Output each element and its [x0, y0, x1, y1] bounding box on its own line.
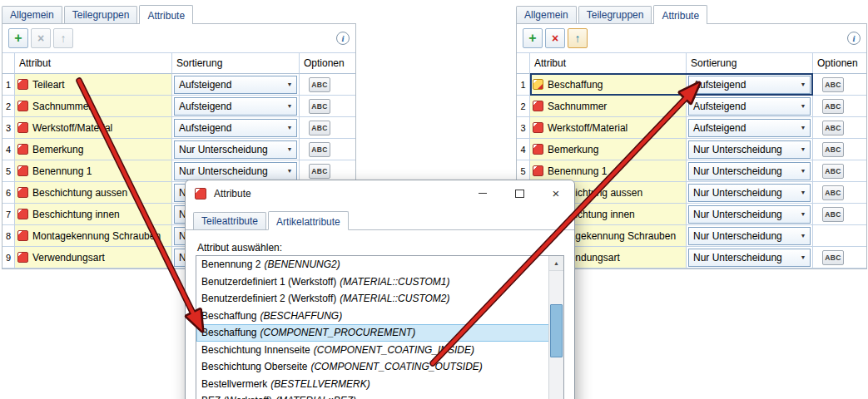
scroll-up-icon[interactable]: ▲ [549, 256, 563, 271]
sorting-combobox[interactable]: Aufsteigend▼ [174, 76, 297, 94]
abc-options-button[interactable]: ABC [309, 99, 330, 114]
close-icon: × [553, 187, 560, 200]
list-item[interactable]: Benennung 2(BENENNUNG2) [196, 256, 549, 273]
attribute-row[interactable]: 1TeileartAufsteigend▼ABC [2, 74, 355, 96]
scrollbar-thumb[interactable] [550, 304, 563, 357]
dialog-titlebar[interactable]: Attribute × [186, 180, 574, 206]
abc-options-button[interactable]: ABC [822, 164, 844, 179]
abc-options-button[interactable]: ABC [309, 77, 330, 92]
list-item[interactable]: Beschichtung Innenseite(COMPONENT_COATIN… [196, 342, 549, 359]
attribute-row[interactable]: 3Werkstoff/MaterialAufsteigend▼ABC [517, 117, 866, 139]
attribute-name: Werkstoff/Material [548, 122, 627, 134]
attribute-label: BEZ (Werkstoff) [201, 395, 272, 399]
abc-options-button[interactable]: ABC [822, 121, 844, 135]
abc-options-button[interactable]: ABC [822, 142, 844, 157]
abc-options-button[interactable]: ABC [822, 77, 844, 92]
minimize-icon [479, 193, 487, 194]
tab-attribute[interactable]: Attribute [653, 5, 707, 24]
header-spacer [517, 53, 530, 74]
sorting-combobox[interactable]: Nur Unterscheidung▼ [688, 184, 811, 202]
attribute-code: (BESTELLVERMERK) [270, 378, 370, 390]
row-number: 2 [2, 96, 15, 117]
article-attribute-icon [533, 79, 543, 90]
row-number: 2 [517, 96, 530, 117]
abc-options-button[interactable]: ABC [822, 207, 844, 222]
attribute-row[interactable]: 4BemerkungNur Unterscheidung▼ABC [2, 139, 355, 160]
attribute-cell: Werkstoff/Material [15, 117, 172, 139]
sorting-combobox[interactable]: Nur Unterscheidung▼ [688, 140, 811, 159]
table-header: Attribut Sortierung Optionen [517, 53, 866, 74]
list-item[interactable]: BEZ (Werkstoff)(MATERIAL::BEZ) [196, 392, 549, 399]
attribute-row[interactable]: 2SachnummerAufsteigend▼ABC [2, 96, 355, 117]
chevron-down-icon: ▼ [283, 168, 296, 174]
list-item[interactable]: Benutzerdefiniert 2 (Werkstoff)(MATERIAL… [196, 290, 549, 308]
list-item[interactable]: Beschichtung Oberseite(COMPONENT_COATING… [196, 358, 549, 376]
move-up-button[interactable]: ↑ [53, 28, 73, 48]
abc-options-button[interactable]: ABC [309, 121, 330, 135]
plus-icon: + [14, 32, 22, 45]
sorting-cell: Nur Unterscheidung▼ [687, 204, 813, 225]
chevron-down-icon: ▼ [796, 233, 810, 239]
info-icon[interactable]: i [847, 32, 861, 45]
tab-artikelattribute[interactable]: Artikelattribute [268, 211, 349, 230]
row-number: 6 [2, 182, 15, 204]
sorting-combobox[interactable]: Aufsteigend▼ [688, 76, 811, 94]
tab-teileattribute[interactable]: Teileattribute [193, 212, 266, 229]
delete-attribute-button[interactable]: × [545, 28, 565, 48]
sorting-combobox[interactable]: Nur Unterscheidung▼ [174, 162, 297, 180]
options-cell: ABC [300, 117, 355, 139]
attribute-cell: Sachnummer [15, 96, 172, 117]
sorting-combobox[interactable]: Nur Unterscheidung▼ [688, 162, 811, 180]
row-number: 5 [2, 160, 15, 182]
attribute-icon [533, 144, 543, 155]
close-button[interactable]: × [538, 180, 574, 206]
sorting-cell: Aufsteigend▼ [687, 96, 813, 117]
attribute-row[interactable]: 4BemerkungNur Unterscheidung▼ABC [517, 139, 866, 160]
attribute-row[interactable]: 2SachnummerAufsteigend▼ABC [517, 96, 866, 117]
tab-allgemein[interactable]: Allgemein [516, 6, 577, 23]
sorting-combobox[interactable]: Nur Unterscheidung▼ [174, 140, 297, 159]
tab-attribute[interactable]: Attribute [139, 5, 193, 24]
attribute-cell: Bemerkung [15, 139, 172, 160]
sorting-combobox[interactable]: Aufsteigend▼ [688, 97, 811, 116]
minimize-button[interactable] [464, 180, 501, 206]
attribute-row[interactable]: 3Werkstoff/MaterialAufsteigend▼ABC [2, 117, 355, 139]
sorting-combobox[interactable]: Aufsteigend▼ [174, 97, 297, 116]
attribute-code: (COMPONENT_COATING_OUTSIDE) [310, 361, 482, 372]
list-item[interactable]: Beschaffung(BESCHAFFUNG) [196, 308, 549, 325]
vertical-scrollbar[interactable]: ▲ [548, 256, 563, 399]
attribute-name: Sachnummer [32, 101, 92, 112]
tab-allgemein[interactable]: Allgemein [2, 6, 62, 23]
move-up-button[interactable]: ↑ [568, 28, 588, 48]
abc-options-button[interactable]: ABC [822, 99, 844, 114]
abc-options-button[interactable]: ABC [309, 164, 330, 179]
tab-teilegruppen[interactable]: Teilegruppen [578, 6, 652, 23]
attribute-cell: Sachnummer [530, 96, 687, 117]
attribute-cell: Beschaffung [530, 74, 687, 96]
abc-options-button[interactable]: ABC [822, 250, 844, 265]
attribute-label: Beschichtung Innenseite [201, 344, 310, 356]
sorting-combobox[interactable]: Nur Unterscheidung▼ [688, 205, 811, 224]
add-attribute-button[interactable]: + [523, 28, 543, 48]
sorting-combobox[interactable]: Nur Unterscheidung▼ [688, 227, 811, 245]
sorting-combobox[interactable]: Aufsteigend▼ [174, 119, 297, 137]
chevron-down-icon: ▼ [283, 103, 296, 109]
tab-teilegruppen[interactable]: Teilegruppen [64, 6, 138, 23]
combobox-value: Nur Unterscheidung [689, 209, 796, 220]
abc-options-button[interactable]: ABC [822, 185, 844, 200]
maximize-button[interactable] [501, 180, 538, 206]
column-header-attribut: Attribut [530, 53, 687, 74]
list-item[interactable]: Benutzerdefiniert 1 (Werkstoff)(MATERIAL… [196, 273, 549, 291]
delete-attribute-button[interactable]: × [31, 28, 51, 48]
sorting-combobox[interactable]: Aufsteigend▼ [688, 119, 811, 137]
combobox-value: Aufsteigend [175, 122, 283, 134]
list-item[interactable]: Bestellvermerk(BESTELLVERMERK) [196, 376, 549, 393]
row-number: 4 [517, 139, 530, 160]
abc-options-button[interactable]: ABC [309, 142, 330, 157]
list-item-selected[interactable]: Beschaffung(COMPONENT_PROCUREMENT) [196, 324, 549, 342]
add-attribute-button[interactable]: + [8, 28, 28, 48]
attribute-row-selected[interactable]: 1BeschaffungAufsteigend▼ABC [517, 74, 866, 96]
info-icon[interactable]: i [336, 32, 350, 45]
sorting-combobox[interactable]: Nur Unterscheidung▼ [688, 249, 811, 267]
combobox-value: Aufsteigend [175, 79, 283, 91]
